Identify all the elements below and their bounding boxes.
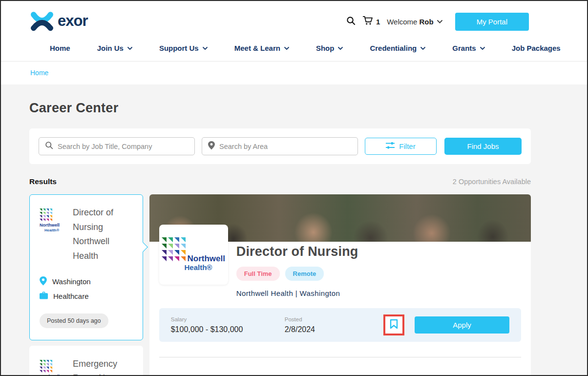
job-card-titles: Emergency Room Nurse Northwell Health — [73, 357, 133, 376]
selected-card-arrow — [138, 242, 148, 252]
salary-value: $100,000 - $130,000 — [171, 325, 280, 334]
find-jobs-button[interactable]: Find Jobs — [444, 138, 522, 155]
company-location-line: Northwell Health | Washington — [236, 289, 521, 297]
my-portal-button[interactable]: My Portal — [455, 13, 529, 31]
chevron-down-icon — [437, 20, 442, 23]
breadcrumb: Home — [1, 62, 587, 84]
site-header: exor 1 Welcome Rob — [1, 1, 587, 84]
results-header: Results 2 Opportunities Available — [29, 177, 531, 186]
nav-item-job-packages[interactable]: Job Packages — [512, 44, 561, 52]
area-search-field — [202, 137, 358, 155]
filter-button-label: Filter — [399, 142, 415, 150]
page-title: Career Center — [29, 101, 531, 116]
exor-logo[interactable]: exor — [29, 10, 87, 33]
job-results-list: Northwell Health® Director of Nursing No… — [29, 194, 143, 376]
search-icon — [45, 141, 53, 151]
cart-count-badge: 1 — [376, 18, 380, 26]
nav-item-meet-learn[interactable]: Meet & Learn — [234, 44, 289, 52]
job-detail-title: Director of Nursing — [236, 244, 521, 259]
search-icon — [346, 16, 356, 27]
header-search-button[interactable] — [346, 16, 356, 27]
salary-label: Salary — [171, 316, 280, 322]
chevron-down-icon — [420, 47, 425, 50]
chevron-down-icon — [480, 47, 485, 50]
cart-icon — [362, 16, 373, 27]
nav-item-home[interactable]: Home — [50, 44, 70, 52]
bookmark-icon — [390, 319, 398, 331]
nav-item-shop[interactable]: Shop — [316, 44, 343, 52]
job-location: Washington — [52, 277, 91, 286]
apply-button[interactable]: Apply — [415, 316, 509, 334]
northwell-health-logo: Northwell Health® — [40, 357, 67, 376]
results-heading: Results — [29, 177, 57, 186]
job-search-bar: Filter Find Jobs — [29, 128, 531, 164]
northwell-health-logo: Northwell Health® — [40, 206, 67, 264]
chevron-down-icon — [338, 47, 343, 50]
chevron-down-icon — [203, 47, 208, 50]
filter-sliders-icon — [386, 142, 395, 150]
job-card-title: Director of Nursing — [73, 206, 133, 234]
main-nav: Home Join Us Support Us Meet & Learn Sho… — [1, 38, 587, 62]
job-card-title: Emergency Room Nurse — [73, 357, 133, 376]
account-menu[interactable]: Welcome Rob — [387, 18, 442, 26]
nav-item-support-us[interactable]: Support Us — [159, 44, 208, 52]
bookmark-button[interactable] — [383, 314, 404, 335]
career-center-page: exor 1 Welcome Rob — [0, 0, 588, 376]
section-divider — [159, 357, 521, 357]
posted-ago-badge: Posted 50 days ago — [40, 313, 108, 328]
posted-value: 2/8/2024 — [285, 325, 315, 334]
chevron-down-icon — [284, 47, 289, 50]
posted-label: Posted — [285, 316, 315, 322]
job-card-titles: Director of Nursing Northwell Health — [73, 206, 133, 264]
welcome-label: Welcome — [387, 18, 417, 26]
job-facts-bar: Salary $100,000 - $130,000 Posted 2/8/20… — [159, 308, 521, 342]
job-card-emergency-room-nurse[interactable]: Northwell Health® Emergency Room Nurse N… — [29, 346, 143, 376]
cart-button[interactable]: 1 — [362, 16, 380, 27]
northwell-health-logo-card: Northwell Health® — [159, 225, 228, 285]
nav-item-grants[interactable]: Grants — [452, 44, 484, 52]
nav-item-credentialing[interactable]: Credentialing — [370, 44, 425, 52]
job-detail-panel: Northwell Health® Director of Nursing Fu… — [149, 194, 531, 376]
exor-logo-icon — [29, 10, 55, 33]
full-time-badge: Full Time — [236, 267, 280, 281]
main-content: Career Center — [1, 84, 587, 376]
area-search-input[interactable] — [219, 143, 352, 150]
job-card-company: Northwell Health — [73, 234, 133, 263]
chevron-down-icon — [127, 47, 132, 50]
job-industry: Healthcare — [53, 292, 89, 300]
job-title-search-input[interactable] — [58, 143, 189, 150]
exor-logo-text: exor — [58, 13, 87, 30]
filter-button[interactable]: Filter — [365, 138, 437, 155]
job-title-search-field — [39, 137, 195, 155]
location-pin-icon — [208, 141, 215, 152]
job-card-director-of-nursing[interactable]: Northwell Health® Director of Nursing No… — [29, 194, 143, 340]
user-name: Rob — [419, 18, 433, 26]
location-pin-icon — [40, 276, 47, 287]
breadcrumb-home-link[interactable]: Home — [30, 69, 48, 77]
nav-item-join-us[interactable]: Join Us — [97, 44, 132, 52]
opportunities-count: 2 Opportunities Available — [453, 178, 531, 186]
remote-badge: Remote — [285, 267, 324, 281]
briefcase-icon — [40, 292, 48, 301]
